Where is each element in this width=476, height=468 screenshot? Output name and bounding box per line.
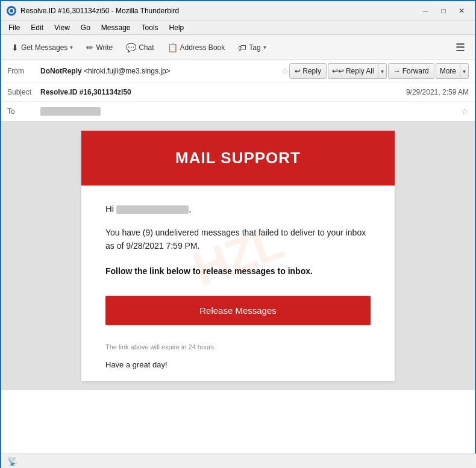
date-text: 9/29/2021, 2:59 AM [406, 88, 469, 96]
greeting-text: Hi [105, 204, 114, 214]
to-row: To ☆ [1, 102, 475, 121]
more-button[interactable]: More [436, 63, 460, 79]
recipient-name-blurred [116, 205, 189, 214]
address-book-icon: 📋 [168, 43, 178, 52]
menu-view[interactable]: View [49, 22, 75, 33]
window-controls: ─ □ ✕ [417, 4, 470, 17]
email-message: You have (9) undelivered messages that f… [105, 226, 371, 253]
from-star-icon[interactable]: ☆ [281, 66, 289, 76]
email-action-buttons: ↩ Reply ↩↩ Reply All ▾ → Forward More ▾ [289, 63, 469, 79]
address-book-button[interactable]: 📋 Address Book [162, 40, 231, 55]
email-content-area: HZL MAIL SUPPORT Hi , You have (9) undel… [1, 122, 475, 390]
email-banner: MAIL SUPPORT [81, 131, 395, 186]
subject-text: Resolve.ID #16,301134zi50 [40, 88, 131, 96]
close-button[interactable]: ✕ [453, 4, 470, 17]
from-row: From DoNotReply <hiroki.fujii@me3.sings.… [1, 60, 475, 83]
get-messages-dropdown-icon: ▾ [70, 44, 73, 51]
reply-button[interactable]: ↩ Reply [289, 63, 327, 79]
address-book-label: Address Book [180, 43, 225, 52]
write-icon: ✏ [86, 43, 93, 52]
subject-label: Subject [7, 88, 40, 96]
status-bar: 📡 [1, 454, 476, 468]
email-body: HZL MAIL SUPPORT Hi , You have (9) undel… [81, 131, 395, 381]
window-title: Resolve.ID #16,301134zi50 - Mozilla Thun… [20, 7, 417, 15]
subject-row: Subject Resolve.ID #16,301134zi50 9/29/2… [1, 83, 475, 102]
reply-all-icon: ↩↩ [332, 67, 344, 75]
email-banner-title: MAIL SUPPORT [93, 149, 383, 167]
app-icon [6, 5, 17, 16]
svg-point-2 [10, 9, 13, 13]
menu-message[interactable]: Message [96, 22, 136, 33]
to-value [40, 107, 457, 116]
email-header: From DoNotReply <hiroki.fujii@me3.sings.… [1, 60, 475, 122]
reply-all-label: Reply All [346, 67, 374, 75]
forward-label: Forward [402, 67, 429, 75]
minimize-button[interactable]: ─ [417, 4, 434, 17]
menu-help[interactable]: Help [164, 22, 189, 33]
get-messages-label: Get Messages [21, 43, 67, 52]
from-label: From [7, 67, 40, 75]
reply-all-split: ↩↩ Reply All ▾ [328, 63, 387, 79]
email-body-content: Hi , You have (9) undelivered messages t… [81, 186, 395, 381]
write-label: Write [96, 43, 113, 52]
tag-icon: 🏷 [238, 43, 246, 52]
email-greeting: Hi , [105, 204, 371, 214]
maximize-button[interactable]: □ [435, 4, 452, 17]
reply-icon: ↩ [295, 67, 301, 75]
forward-button[interactable]: → Forward [388, 63, 434, 79]
status-icon: 📡 [7, 457, 17, 466]
chat-icon: 💬 [126, 43, 136, 52]
forward-icon: → [393, 67, 401, 75]
tag-label: Tag [249, 43, 260, 52]
from-value: DoNotReply <hiroki.fujii@me3.sings.jp> [40, 67, 278, 75]
menu-edit[interactable]: Edit [26, 22, 48, 33]
write-button[interactable]: ✏ Write [81, 40, 118, 55]
menu-tools[interactable]: Tools [137, 22, 163, 33]
reply-all-dropdown[interactable]: ▾ [378, 63, 387, 79]
email-footer: Have a great day! [105, 360, 371, 369]
email-cta: Follow the link below to release message… [105, 265, 371, 278]
tag-dropdown-icon: ▾ [263, 44, 266, 51]
more-label: More [440, 67, 456, 75]
to-label: To [7, 107, 40, 116]
reply-all-button[interactable]: ↩↩ Reply All [328, 63, 378, 79]
chat-label: Chat [139, 43, 154, 52]
reply-label: Reply [302, 67, 321, 75]
menu-file[interactable]: File [4, 22, 25, 33]
get-messages-button[interactable]: ⬇ Get Messages ▾ [6, 40, 78, 55]
release-messages-button[interactable]: Release Messages [105, 296, 371, 325]
more-dropdown[interactable]: ▾ [460, 63, 469, 79]
email-expiry: The link above will expire in 24 hours [105, 343, 371, 351]
menu-go[interactable]: Go [76, 22, 95, 33]
tag-button[interactable]: 🏷 Tag ▾ [233, 40, 271, 55]
toolbar: ⬇ Get Messages ▾ ✏ Write 💬 Chat 📋 Addres… [1, 35, 475, 60]
menu-bar: File Edit View Go Message Tools Help [1, 20, 475, 35]
get-messages-icon: ⬇ [11, 43, 19, 52]
chat-button[interactable]: 💬 Chat [121, 40, 159, 55]
toolbar-menu-button[interactable]: ☰ [451, 38, 470, 57]
to-star-icon[interactable]: ☆ [461, 107, 469, 116]
title-bar: Resolve.ID #16,301134zi50 - Mozilla Thun… [1, 1, 475, 20]
more-split: More ▾ [436, 63, 469, 79]
subject-value: Resolve.ID #16,301134zi50 [40, 88, 406, 96]
to-blurred [40, 107, 101, 116]
